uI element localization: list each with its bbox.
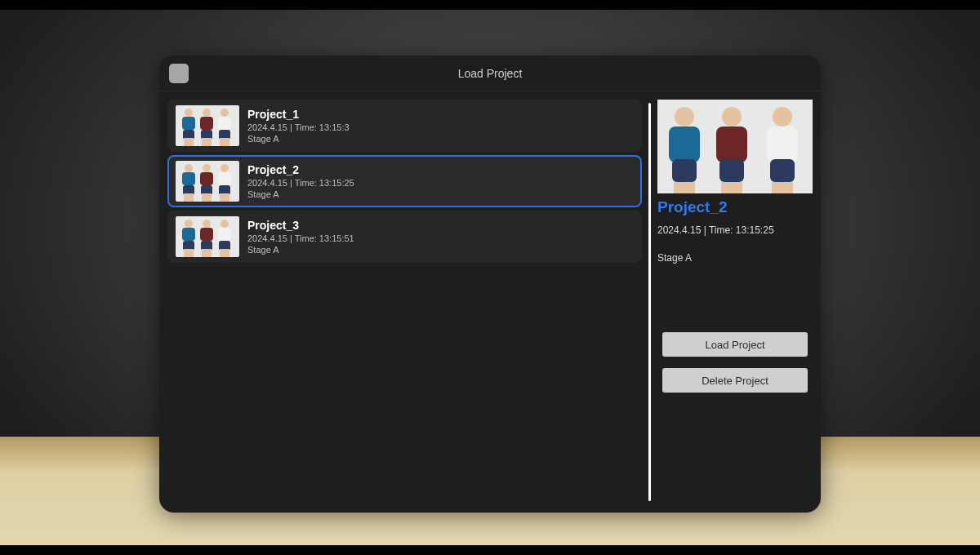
detail-timestamp: 2024.4.15 | Time: 13:15:25 [657, 224, 813, 236]
project-stage: Stage A [247, 245, 354, 255]
project-row-text: Project_1 2024.4.15 | Time: 13:15:3 Stag… [247, 108, 350, 144]
close-button[interactable] [169, 64, 189, 83]
load-project-button[interactable]: Load Project [662, 332, 808, 357]
project-stage: Stage A [247, 189, 354, 199]
detail-stage: Stage A [657, 252, 813, 264]
detail-panel: Project_2 2024.4.15 | Time: 13:15:25 Sta… [657, 100, 813, 504]
project-row[interactable]: Project_2 2024.4.15 | Time: 13:15:25 Sta… [167, 155, 642, 207]
modal-header: Load Project [159, 56, 821, 91]
project-timestamp: 2024.4.15 | Time: 13:15:51 [247, 233, 354, 243]
project-row-text: Project_3 2024.4.15 | Time: 13:15:51 Sta… [247, 219, 354, 255]
project-thumbnail [176, 216, 239, 257]
detail-buttons: Load Project Delete Project [657, 332, 813, 393]
project-row[interactable]: Project_3 2024.4.15 | Time: 13:15:51 Sta… [167, 211, 642, 263]
letterbox-top [0, 0, 980, 10]
project-thumbnail [176, 161, 239, 202]
project-timestamp: 2024.4.15 | Time: 13:15:3 [247, 122, 350, 132]
project-stage: Stage A [247, 134, 350, 144]
project-row-text: Project_2 2024.4.15 | Time: 13:15:25 Sta… [247, 163, 354, 199]
detail-thumbnail [657, 100, 813, 193]
load-project-modal: Load Project Project_1 2024.4.15 | Time:… [159, 56, 821, 513]
delete-project-button[interactable]: Delete Project [662, 368, 808, 393]
detail-project-name: Project_2 [657, 198, 813, 216]
modal-title: Load Project [458, 67, 523, 80]
vertical-divider [648, 103, 651, 501]
project-name: Project_2 [247, 163, 354, 176]
project-list: Project_1 2024.4.15 | Time: 13:15:3 Stag… [167, 100, 642, 504]
project-name: Project_1 [247, 108, 350, 121]
project-thumbnail [176, 105, 239, 146]
letterbox-bottom [0, 545, 980, 555]
project-name: Project_3 [247, 219, 354, 232]
project-row[interactable]: Project_1 2024.4.15 | Time: 13:15:3 Stag… [167, 100, 642, 152]
project-timestamp: 2024.4.15 | Time: 13:15:25 [247, 178, 354, 188]
modal-body: Project_1 2024.4.15 | Time: 13:15:3 Stag… [159, 91, 821, 513]
